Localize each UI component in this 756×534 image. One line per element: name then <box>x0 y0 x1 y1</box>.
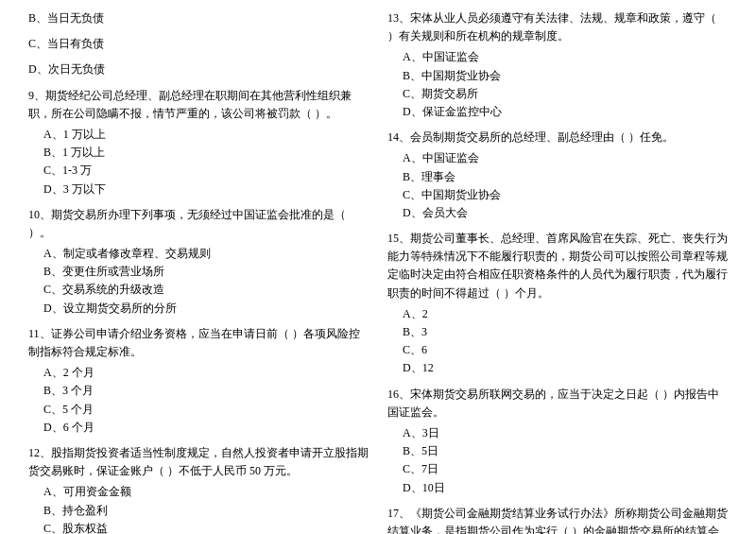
q14-option-d: D、会员大会 <box>403 204 728 222</box>
q10-option-b: B、变更住所或营业场所 <box>43 263 369 281</box>
question-16: 16、宋体期货交易所联网交易的，应当于决定之日起（ ）内报告中国证监会。 A、3… <box>387 386 728 497</box>
q16-option-a: A、3日 <box>403 424 728 442</box>
q10-option-a: A、制定或者修改章程、交易规则 <box>43 245 369 263</box>
q9-option-b: B、1 万以上 <box>43 144 369 162</box>
q14-option-a: A、中国证监会 <box>403 149 728 167</box>
question-16-text: 16、宋体期货交易所联网交易的，应当于决定之日起（ ）内报告中国证监会。 <box>387 386 728 422</box>
q12-option-c: C、股东权益 <box>43 520 369 534</box>
option-d-ciri-text: D、次日无负债 <box>28 60 369 78</box>
q12-option-a: A、可用资金金额 <box>43 483 369 501</box>
q16-option-c: C、7日 <box>403 460 728 478</box>
q15-option-d: D、12 <box>403 359 728 377</box>
right-column: 13、宋体从业人员必须遵守有关法律、法规、规章和政策，遵守（ ）有关规则和所在机… <box>387 9 728 534</box>
question-10: 10、期货交易所办理下列事项，无须经过中国证监会批准的是（ ）。 A、制定或者修… <box>28 206 369 318</box>
question-14-text: 14、会员制期货交易所的总经理、副总经理由（ ）任免。 <box>387 129 728 146</box>
q11-option-c: C、5 个月 <box>43 401 369 419</box>
q13-option-c: C、期货交易所 <box>403 85 728 103</box>
q14-option-b: B、理事会 <box>403 168 728 186</box>
question-13: 13、宋体从业人员必须遵守有关法律、法规、规章和政策，遵守（ ）有关规则和所在机… <box>387 9 728 121</box>
q9-option-d: D、3 万以下 <box>43 181 369 198</box>
question-9: 9、期货经纪公司总经理、副总经理在职期间在其他营利性组织兼职，所在公司隐瞒不报，… <box>28 87 369 198</box>
question-14: 14、会员制期货交易所的总经理、副总经理由（ ）任免。 A、中国证监会 B、理事… <box>387 129 728 222</box>
question-11-text: 11、证券公司申请介绍业务资格，应当在申请日前（ ）各项风险控制指标符合规定标准… <box>28 325 369 361</box>
option-c-youfu-text: C、当日有负债 <box>28 35 369 53</box>
option-b-wufu: B、当日无负债 <box>28 9 369 27</box>
q9-option-c: C、1-3 万 <box>43 162 369 180</box>
page-content: B、当日无负债 C、当日有负债 D、次日无负债 9、期货经纪公司总经理、副总经理… <box>28 9 728 534</box>
q15-option-b: B、3 <box>403 323 728 341</box>
left-column: B、当日无负债 C、当日有负债 D、次日无负债 9、期货经纪公司总经理、副总经理… <box>28 9 369 534</box>
q16-option-b: B、5日 <box>403 442 728 460</box>
question-13-text: 13、宋体从业人员必须遵守有关法律、法规、规章和政策，遵守（ ）有关规则和所在机… <box>387 9 728 45</box>
q13-option-a: A、中国证监会 <box>403 48 728 66</box>
option-b-wufu-text: B、当日无负债 <box>28 9 369 27</box>
q13-option-b: B、中国期货业协会 <box>403 67 728 85</box>
question-17-text: 17、《期货公司金融期货结算业务试行办法》所称期货公司金融期货结算业务，是指期货… <box>387 505 728 534</box>
q11-option-a: A、2 个月 <box>43 364 369 382</box>
question-11: 11、证券公司申请介绍业务资格，应当在申请日前（ ）各项风险控制指标符合规定标准… <box>28 325 369 437</box>
q11-option-b: B、3 个月 <box>43 382 369 400</box>
columns: B、当日无负债 C、当日有负债 D、次日无负债 9、期货经纪公司总经理、副总经理… <box>28 9 728 534</box>
question-12: 12、股指期货投资者适当性制度规定，自然人投资者申请开立股指期货交易账时，保证金… <box>28 444 369 534</box>
option-c-youfu: C、当日有负债 <box>28 35 369 53</box>
q15-option-a: A、2 <box>403 305 728 323</box>
question-15: 15、期货公司董事长、总经理、首席风险官在失踪、死亡、丧失行为能力等特殊情况下不… <box>387 230 728 378</box>
question-17: 17、《期货公司金融期货结算业务试行办法》所称期货公司金融期货结算业务，是指期货… <box>387 505 728 534</box>
question-15-text: 15、期货公司董事长、总经理、首席风险官在失踪、死亡、丧失行为能力等特殊情况下不… <box>387 230 728 302</box>
q16-option-d: D、10日 <box>403 479 728 497</box>
q10-option-c: C、交易系统的升级改造 <box>43 281 369 299</box>
q10-option-d: D、设立期货交易所的分所 <box>43 300 369 318</box>
q11-option-d: D、6 个月 <box>43 419 369 437</box>
q15-option-c: C、6 <box>403 341 728 359</box>
question-10-text: 10、期货交易所办理下列事项，无须经过中国证监会批准的是（ ）。 <box>28 206 369 242</box>
question-12-text: 12、股指期货投资者适当性制度规定，自然人投资者申请开立股指期货交易账时，保证金… <box>28 444 369 480</box>
option-d-ciri: D、次日无负债 <box>28 60 369 78</box>
q9-option-a: A、1 万以上 <box>43 126 369 144</box>
q12-option-b: B、持仓盈利 <box>43 502 369 520</box>
question-9-text: 9、期货经纪公司总经理、副总经理在职期间在其他营利性组织兼职，所在公司隐瞒不报，… <box>28 87 369 123</box>
q14-option-c: C、中国期货业协会 <box>403 186 728 204</box>
q13-option-d: D、保证金监控中心 <box>403 103 728 121</box>
